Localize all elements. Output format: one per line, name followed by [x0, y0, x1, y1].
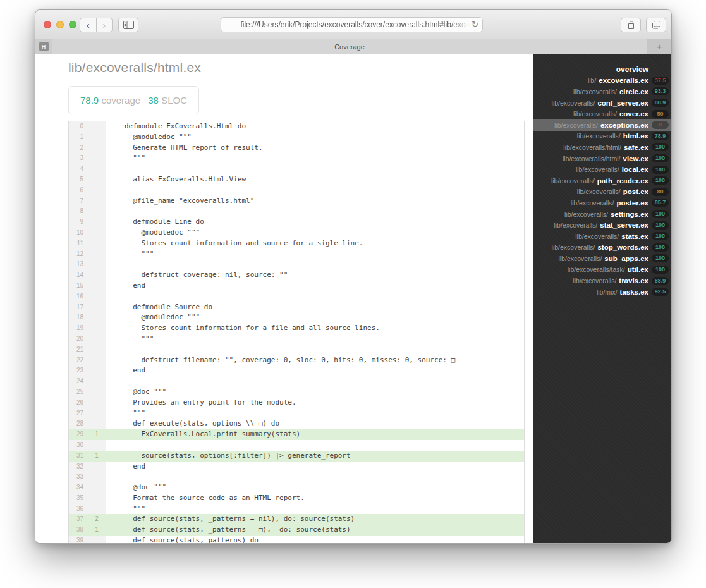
file-list-item[interactable]: lib/excoveralls/html/ safe.ex 100	[533, 142, 671, 153]
coverage-percent-pill: 37.5	[652, 77, 669, 85]
source-text: defmodule Line do	[106, 217, 524, 228]
coverage-percent-pill: 100	[652, 232, 669, 240]
code-line-row: 34 @doc """	[69, 482, 524, 493]
file-list-item[interactable]: lib/excoveralls/ exceptions.ex 0	[533, 119, 671, 131]
file-directory: lib/excoveralls/	[573, 110, 617, 118]
file-list-item[interactable]: lib/excoveralls/ cover.ex 50	[533, 108, 671, 119]
file-name: tasks.ex	[620, 288, 648, 296]
file-list-item[interactable]: lib/excoveralls/ html.ex 78.9	[533, 131, 671, 142]
hit-count	[88, 376, 106, 387]
tab-overview-button[interactable]	[646, 18, 666, 32]
file-list-item[interactable]: lib/mix/ tasks.ex 92.5	[533, 286, 671, 298]
file-list-item[interactable]: lib/excoveralls/ stat_server.ex 100	[533, 219, 671, 231]
source-text: def execute(stats, options \\ □) do	[106, 419, 524, 429]
reload-icon[interactable]: ↻	[472, 20, 478, 29]
minimize-window-button[interactable]	[56, 21, 64, 28]
source-code-listing: 0 defmodule ExCoveralls.Html do 1 @modul…	[68, 121, 525, 544]
hit-count	[88, 238, 106, 249]
line-number: 34	[69, 482, 88, 493]
new-tab-button[interactable]: +	[647, 39, 671, 54]
hit-count	[88, 281, 106, 291]
sloc-label: SLOC	[161, 95, 187, 106]
file-list-item[interactable]: lib/excoveralls/ path_reader.ex 100	[533, 175, 671, 187]
file-list-item[interactable]: lib/excoveralls/ conf_server.ex 88.9	[533, 97, 671, 109]
hit-count	[88, 365, 106, 376]
code-line-row: 19 Stores count information for a file a…	[69, 323, 524, 334]
source-text: @doc """	[106, 482, 524, 493]
source-text	[106, 345, 524, 355]
coverage-percent-pill: 100	[652, 210, 669, 218]
file-name: circle.ex	[619, 88, 648, 95]
share-box-arrow-icon	[627, 20, 635, 30]
code-line-row: 29 1 ExCoveralls.Local.print_summary(sta…	[69, 429, 524, 440]
title-divider	[52, 80, 523, 80]
share-button[interactable]	[621, 18, 641, 32]
forward-button[interactable]: ›	[97, 18, 113, 32]
close-window-button[interactable]	[44, 21, 51, 28]
file-name: poster.ex	[617, 199, 649, 207]
line-number: 19	[69, 323, 88, 334]
line-number: 11	[69, 238, 88, 249]
file-list-item[interactable]: lib/ excoveralls.ex 37.5	[533, 75, 671, 87]
file-list-item[interactable]: lib/excoveralls/html/ view.ex 100	[533, 153, 671, 164]
forward-chevron-icon: ›	[102, 20, 106, 30]
hit-count	[88, 185, 106, 196]
coverage-percent-pill: 100	[652, 143, 669, 151]
file-directory: lib/excoveralls/	[573, 277, 616, 285]
file-list-item[interactable]: lib/excoveralls/ circle.ex 93.3	[533, 86, 671, 97]
code-line-row: 0 defmodule ExCoveralls.Html do	[69, 121, 524, 132]
code-line-row: 17 defmodule Source do	[69, 302, 524, 313]
pinned-tab[interactable]: H	[35, 39, 52, 54]
hit-count	[88, 493, 106, 504]
file-list-item[interactable]: lib/excoveralls/task/ util.ex 100	[533, 264, 671, 276]
code-line-row: 36 """	[69, 504, 524, 515]
code-line-row: 25 @doc """	[69, 387, 524, 398]
hit-count: 1	[88, 451, 106, 462]
code-line-row: 39 def source(stats, patterns) do	[69, 536, 524, 544]
line-number: 22	[69, 355, 88, 366]
source-text: """	[106, 334, 524, 345]
file-list-item[interactable]: lib/excoveralls/ stop_words.ex 100	[533, 242, 671, 254]
line-number: 16	[69, 291, 88, 302]
file-list-item[interactable]: lib/excoveralls/ sub_apps.ex 100	[533, 253, 671, 264]
file-list-item[interactable]: lib/excoveralls/ stats.ex 100	[533, 231, 671, 242]
coverage-percent-pill: 100	[652, 254, 669, 262]
back-button[interactable]: ‹	[80, 18, 97, 32]
code-line-row: 12 """	[69, 249, 524, 260]
code-line-row: 20 """	[69, 334, 524, 345]
coverage-percent-pill: 50	[652, 110, 669, 118]
history-nav-group: ‹ ›	[80, 18, 113, 32]
source-text: @moduledoc """	[106, 312, 524, 323]
file-list-item[interactable]: lib/excoveralls/ local.ex 100	[533, 164, 671, 175]
coverage-percent-pill: 88.9	[652, 99, 669, 107]
sidebar-toggle-button[interactable]	[118, 18, 138, 32]
file-list-item[interactable]: lib/excoveralls/ settings.ex 100	[533, 209, 671, 220]
code-line-row: 38 1 def source(stats, _patterns = □), d…	[69, 525, 524, 536]
line-number: 12	[69, 249, 88, 260]
source-text: Generate HTML report of result.	[106, 143, 524, 154]
source-text	[106, 206, 524, 217]
coverage-summary-badge: 78.9 coverage 38 SLOC	[68, 86, 199, 114]
coverage-percent-pill: 100	[652, 243, 669, 252]
file-list-item[interactable]: lib/excoveralls/ post.ex 80	[533, 187, 671, 198]
line-number: 10	[69, 228, 88, 238]
zoom-window-button[interactable]	[69, 21, 76, 28]
file-list-item[interactable]: overview	[533, 64, 671, 75]
code-line-row: 27 """	[69, 408, 524, 419]
line-number: 32	[69, 462, 88, 472]
tab-title: Coverage	[334, 43, 365, 51]
code-line-row: 32 end	[69, 462, 524, 472]
source-text: def source(stats, _patterns = nil), do: …	[106, 514, 524, 525]
tab-coverage[interactable]: Coverage	[52, 39, 647, 54]
source-text	[106, 164, 524, 175]
line-number: 20	[69, 334, 88, 345]
hit-count	[88, 355, 106, 366]
file-name: travis.ex	[619, 277, 648, 285]
file-list-item[interactable]: lib/excoveralls/ poster.ex 85.7	[533, 197, 671, 209]
coverage-percent-pill: 100	[652, 166, 669, 174]
file-list-item[interactable]: lib/excoveralls/ travis.ex 88.9	[533, 275, 671, 286]
hit-count: 2	[88, 514, 106, 525]
url-address-field[interactable]: file:///Users/erik/Projects/excoveralls/…	[221, 17, 483, 32]
browser-window: ‹ › file:///Users/erik/Projects/excovera…	[35, 9, 672, 544]
line-number: 13	[69, 259, 88, 270]
